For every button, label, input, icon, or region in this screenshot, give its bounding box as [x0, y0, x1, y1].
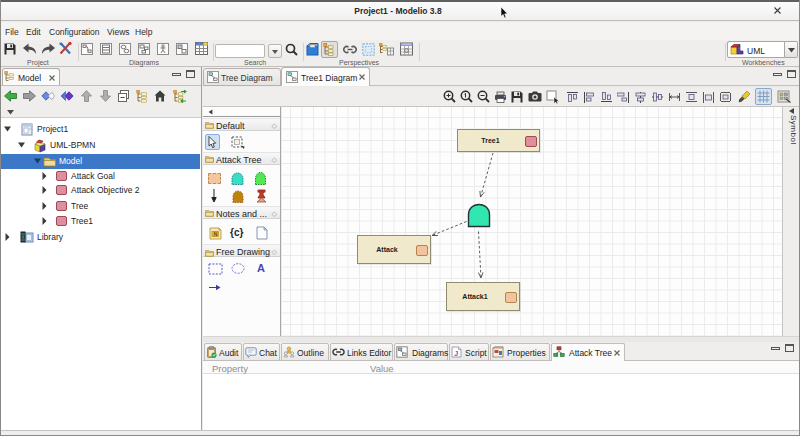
- svg-text:J: J: [454, 350, 458, 357]
- svg-text:N: N: [214, 231, 218, 237]
